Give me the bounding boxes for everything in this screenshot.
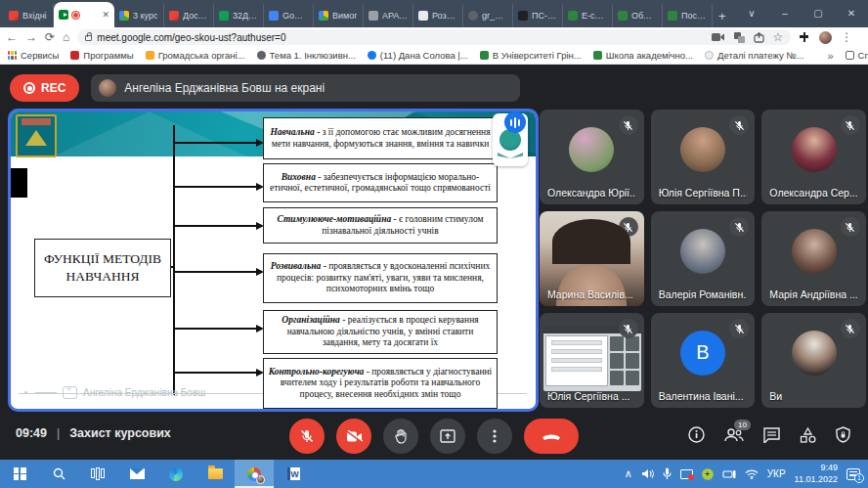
reading-list-icon (846, 51, 854, 60)
maximize-button[interactable]: ▢ (802, 0, 835, 27)
tab-close-icon[interactable]: ✕ (102, 10, 109, 20)
meeting-details-button[interactable] (688, 426, 705, 447)
forward-icon[interactable]: → (25, 31, 37, 43)
tab-access[interactable]: Доступ (164, 4, 214, 27)
audio-indicator-icon (504, 111, 526, 133)
host-controls-button[interactable] (836, 426, 850, 447)
back-icon[interactable]: ← (6, 31, 18, 43)
tab-apa[interactable]: APA Ci (364, 4, 413, 27)
url-text[interactable]: meet.google.com/geo-skou-ust?authuser=0 (97, 32, 706, 43)
microphone-tray-icon[interactable] (663, 467, 672, 480)
reload-icon[interactable]: ⟳ (45, 31, 55, 43)
end-call-button[interactable] (524, 419, 579, 454)
browser-menu-icon[interactable]: ⋮ (841, 31, 852, 43)
taskbar-search-button[interactable] (39, 460, 78, 488)
participant-tile-self[interactable]: Ви (761, 313, 866, 408)
file-explorer-button[interactable] (195, 460, 235, 488)
notifications-button[interactable]: 1 (846, 468, 860, 480)
word-app-button[interactable]: W (274, 460, 313, 488)
participant-tile-screenshare[interactable]: Юлія Сергіївна ... (540, 313, 644, 408)
participant-tile[interactable]: Олександра Юрії... (540, 110, 644, 204)
minimize-button[interactable]: – (768, 0, 802, 27)
edge-app-button[interactable] (156, 460, 195, 488)
participant-tile[interactable]: Валерія Романівн... (651, 211, 756, 306)
reading-list-button[interactable]: Список для чтения (846, 50, 868, 61)
antivirus-tray-icon[interactable]: + (702, 468, 714, 480)
bookmark-services[interactable]: Сервисы (8, 50, 59, 61)
bookmark-facebook[interactable]: (11) Дана Солова |... (368, 50, 468, 61)
tab-sheet[interactable]: 32ДОз (214, 4, 264, 27)
camera-in-use-icon[interactable] (712, 32, 725, 42)
volume-icon[interactable] (641, 468, 654, 479)
function-box-kontrolno: Контрольно-корегуюча - проявляється у ді… (263, 358, 498, 409)
avatar (680, 229, 725, 274)
tray-expand-icon[interactable]: ∧ (625, 467, 632, 480)
camera-toggle-button[interactable] (336, 419, 371, 454)
screen-recorder-tray-icon[interactable] (680, 469, 693, 479)
language-indicator[interactable]: УКР (767, 468, 786, 479)
tab-vymog[interactable]: Вимог (314, 4, 364, 27)
chat-button[interactable] (763, 427, 780, 447)
more-options-button[interactable] (477, 419, 512, 454)
new-tab-button[interactable]: + (718, 9, 726, 23)
translate-page-icon[interactable] (734, 32, 745, 43)
activities-button[interactable] (800, 427, 816, 447)
participant-tile[interactable]: Юлія Сергіївна П... (651, 110, 756, 204)
taskbar-clock[interactable]: 9:49 11.01.2022 (795, 463, 838, 485)
start-button[interactable] (0, 460, 39, 488)
profile-avatar[interactable] (819, 31, 832, 44)
tab-objek[interactable]: Объек (613, 4, 663, 27)
bookmark-payment[interactable]: Деталі платежу №... (705, 50, 803, 61)
tab-inbox[interactable]: Вхідні (4, 4, 54, 27)
bookmark-programs[interactable]: Программы (70, 50, 133, 61)
participant-tile[interactable]: Марія Андріївна ... (761, 211, 866, 306)
present-screen-button[interactable] (430, 419, 465, 454)
bookmark-star-icon[interactable]: ☆ (773, 31, 784, 43)
google-meet-app: REC Ангеліна Ерджанівна Бовш на екрані Ф… (0, 65, 868, 460)
bookmark-tema1[interactable]: Тема 1. Інклюзивн... (257, 50, 356, 61)
mail-app-button[interactable] (117, 460, 156, 488)
mic-muted-icon (729, 217, 749, 237)
tab-google[interactable]: Google (264, 4, 314, 27)
tab-posmo[interactable]: Посмо (663, 4, 713, 27)
moodle-icon (668, 11, 677, 21)
raise-hand-button[interactable] (383, 419, 418, 454)
address-bar[interactable]: meet.google.com/geo-skou-ust?authuser=0 … (77, 29, 791, 45)
close-button[interactable]: ✕ (835, 0, 868, 27)
wifi-icon[interactable] (745, 469, 759, 479)
participant-tile[interactable]: B Валентина Івані... (651, 313, 756, 408)
participant-tile-video[interactable]: Марина Василів... (540, 211, 644, 306)
avatar (792, 331, 837, 376)
bookmark-gromadska[interactable]: Громадська органі... (146, 50, 245, 61)
site-icon (518, 11, 528, 21)
tab-rozklad[interactable]: Розкла (413, 4, 463, 27)
presenter-banner: Ангеліна Ерджанівна Бовш на екрані (91, 74, 520, 102)
slide-black-bar (11, 168, 27, 198)
tab-esere[interactable]: Е-сере (563, 4, 613, 27)
home-icon[interactable]: ⌂ (63, 31, 69, 43)
participants-button[interactable]: 10 (724, 428, 744, 446)
tab-grzax[interactable]: gr_zax (463, 4, 513, 27)
mic-muted-icon (729, 319, 749, 338)
shared-screen-tile[interactable]: ФУНКЦІЇ МЕТОДІВ НАВЧАННЯ Навчальна - з ї… (8, 109, 539, 412)
task-view-button[interactable] (78, 460, 117, 488)
chrome-app-button[interactable] (235, 460, 274, 488)
tab-meet-active[interactable]: ✕ (54, 2, 114, 27)
participant-tile[interactable]: Олександра Сер... (761, 110, 866, 204)
tab-course[interactable]: 3 курс (114, 4, 164, 27)
bookmark-university[interactable]: В Університеті Грін... (480, 50, 582, 61)
tab-search-icon[interactable]: ∨ (735, 0, 768, 27)
extension-pin-icon[interactable] (799, 31, 810, 43)
avatar (792, 127, 837, 172)
tab-psro[interactable]: ПС-Ро (513, 4, 563, 27)
bookmarks-overflow-icon[interactable]: » (827, 50, 833, 62)
avatar (569, 127, 614, 172)
share-icon[interactable] (754, 32, 764, 43)
gmail-icon (9, 11, 19, 21)
site-icon (418, 11, 428, 21)
bookmark-school[interactable]: Школа академічно... (593, 50, 693, 61)
meeting-title: Захист курсових (69, 426, 171, 440)
mic-toggle-button[interactable] (289, 419, 325, 454)
record-icon (23, 82, 35, 94)
vpn-device-icon[interactable] (722, 469, 736, 479)
